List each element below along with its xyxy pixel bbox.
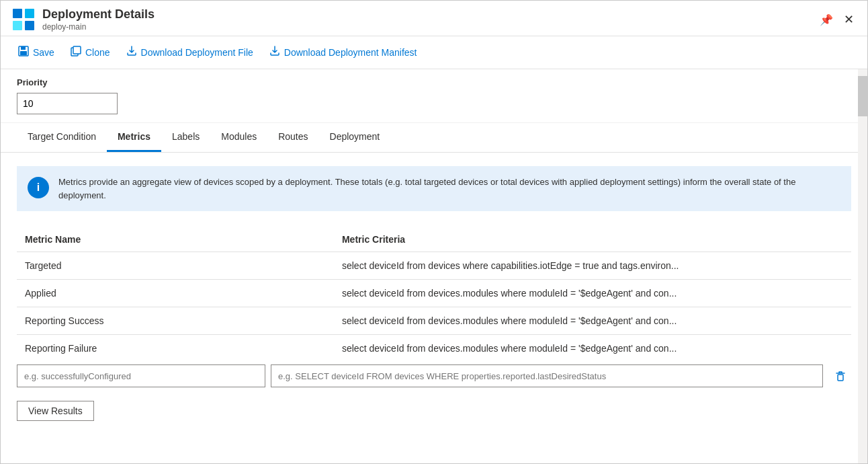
main-content: i Metrics provide an aggregate view of d…: [1, 153, 867, 434]
view-results-label: View Results: [28, 405, 83, 416]
window: Deployment Details deploy-main 📌 ✕ Save: [0, 0, 868, 464]
tab-modules[interactable]: Modules: [210, 123, 267, 152]
tab-metrics[interactable]: Metrics: [107, 123, 161, 152]
table-row: Reporting Failure select deviceId from d…: [17, 335, 851, 362]
table-header-row: Metric Name Metric Criteria: [17, 227, 851, 252]
pin-button[interactable]: 📌: [817, 11, 836, 29]
new-row-inputs: [17, 364, 851, 387]
download-file-label: Download Deployment File: [141, 47, 253, 58]
svg-rect-5: [21, 46, 26, 50]
svg-rect-3: [25, 21, 34, 30]
metric-criteria-cell: select deviceId from devices.modules whe…: [334, 280, 851, 307]
new-metric-criteria-input[interactable]: [271, 364, 823, 387]
app-logo: [11, 7, 36, 32]
svg-rect-2: [13, 21, 22, 30]
table-row: Targeted select deviceId from devices wh…: [17, 252, 851, 280]
close-button[interactable]: ✕: [841, 9, 857, 30]
metric-name-cell: Reporting Success: [17, 307, 334, 335]
scrollbar-thumb[interactable]: [858, 76, 867, 116]
download-manifest-icon: [269, 46, 280, 59]
info-text: Metrics provide an aggregate view of dev…: [58, 176, 840, 202]
metric-name-cell: Targeted: [17, 252, 334, 280]
metric-criteria-cell: select deviceId from devices.modules whe…: [334, 335, 851, 362]
svg-rect-9: [838, 375, 843, 381]
col-header-metric-name: Metric Name: [17, 227, 334, 252]
col-header-metric-criteria: Metric Criteria: [334, 227, 851, 252]
download-file-icon: [126, 46, 137, 59]
priority-section: Priority: [1, 69, 867, 123]
metrics-table: Metric Name Metric Criteria Targeted sel…: [17, 227, 851, 362]
new-metric-name-input[interactable]: [17, 364, 265, 387]
scrollbar-track[interactable]: [858, 69, 867, 463]
table-row: Applied select deviceId from devices.mod…: [17, 280, 851, 307]
priority-label: Priority: [17, 77, 851, 87]
metric-name-cell: Reporting Failure: [17, 335, 334, 362]
pin-icon: 📌: [820, 14, 833, 26]
window-title: Deployment Details: [42, 7, 817, 22]
metric-criteria-cell: select deviceId from devices where capab…: [334, 252, 851, 280]
tab-routes[interactable]: Routes: [267, 123, 318, 152]
title-bar-actions: 📌 ✕: [817, 9, 857, 30]
delete-new-row-button[interactable]: [830, 366, 851, 385]
metric-criteria-cell: select deviceId from devices.modules whe…: [334, 307, 851, 335]
svg-rect-0: [13, 9, 22, 18]
content-area: Priority Target Condition Metrics Labels…: [1, 69, 867, 463]
svg-rect-1: [25, 9, 34, 18]
view-results-button[interactable]: View Results: [17, 401, 94, 421]
svg-rect-6: [20, 51, 27, 55]
save-icon: [18, 46, 29, 59]
tabs-bar: Target Condition Metrics Labels Modules …: [1, 123, 867, 153]
download-file-button[interactable]: Download Deployment File: [120, 42, 260, 63]
download-manifest-button[interactable]: Download Deployment Manifest: [263, 42, 424, 63]
info-icon: i: [28, 177, 49, 198]
clone-label: Clone: [85, 47, 110, 58]
tab-labels[interactable]: Labels: [161, 123, 210, 152]
svg-rect-8: [73, 46, 81, 54]
title-text: Deployment Details deploy-main: [42, 7, 817, 32]
trash-icon: [834, 369, 847, 383]
clone-icon: [71, 46, 81, 59]
title-bar: Deployment Details deploy-main 📌 ✕: [1, 1, 867, 36]
priority-input[interactable]: [17, 93, 118, 114]
save-button[interactable]: Save: [11, 42, 61, 63]
clone-button[interactable]: Clone: [64, 42, 117, 63]
close-icon: ✕: [844, 13, 854, 26]
scroll-area: Priority Target Condition Metrics Labels…: [1, 69, 867, 463]
window-subtitle: deploy-main: [42, 22, 817, 32]
info-banner: i Metrics provide an aggregate view of d…: [17, 166, 851, 211]
download-manifest-label: Download Deployment Manifest: [284, 47, 417, 58]
metric-name-cell: Applied: [17, 280, 334, 307]
toolbar: Save Clone Download Deployment File: [1, 36, 867, 69]
save-label: Save: [33, 47, 54, 58]
tab-deployment[interactable]: Deployment: [319, 123, 391, 152]
tab-target-condition[interactable]: Target Condition: [17, 123, 107, 152]
table-row: Reporting Success select deviceId from d…: [17, 307, 851, 335]
